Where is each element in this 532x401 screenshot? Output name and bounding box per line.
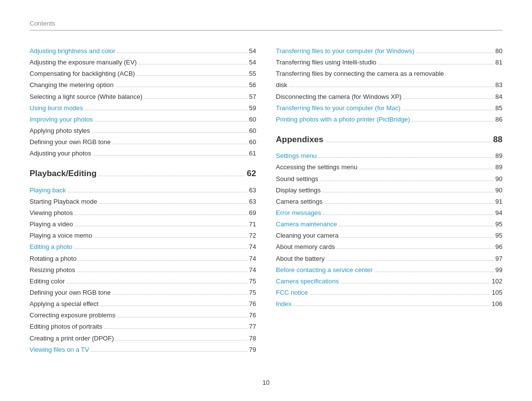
toc-item-label: Display settings [276, 185, 321, 195]
toc-page: 96 [496, 242, 502, 252]
toc-page: 90 [496, 185, 502, 195]
toc-dots [320, 181, 494, 181]
toc-page: 81 [496, 58, 502, 67]
toc-item: Sound settings90 [276, 174, 502, 184]
toc-item: Applying photo styles60 [30, 126, 256, 136]
toc-dots [310, 294, 490, 295]
toc-item: Defining your own RGB tone75 [30, 288, 256, 298]
toc-page: 63 [249, 197, 256, 207]
toc-page: 74 [249, 265, 256, 275]
toc-page: 71 [249, 219, 256, 229]
toc-dots [375, 272, 494, 272]
toc-item: Camera maintenance95 [276, 219, 502, 229]
toc-item-label: Selecting a light source (White balance) [30, 92, 142, 102]
toc-dots [416, 53, 493, 53]
toc-item: Transferring files to your computer (for… [276, 103, 502, 113]
toc-page: 77 [249, 322, 256, 332]
toc-page: 76 [249, 299, 256, 309]
toc-item-label: Before contacting a service center [276, 265, 373, 275]
toc-subsection: Adjusting brightness and color54Adjustin… [30, 46, 256, 158]
toc-item-label: Transferring files to your computer (for… [276, 46, 414, 56]
toc-item-label: Printing photos with a photo printer (Pi… [276, 115, 410, 124]
toc-item-label: Playing back [30, 185, 66, 195]
toc-item: Editing a photo74 [30, 242, 256, 252]
toc-item: FCC notice105 [276, 288, 502, 298]
toc-item: Playing back63 [30, 185, 256, 195]
toc-page: 74 [249, 242, 256, 252]
toc-item-label: About the battery [276, 254, 325, 264]
toc-page: 60 [249, 115, 256, 124]
toc-item-label: Applying photo styles [30, 126, 90, 136]
toc-dots [325, 142, 491, 142]
toc-item: Rotating a photo74 [30, 254, 256, 264]
toc-item: Transferring files by connecting the cam… [276, 69, 502, 79]
toc-page: 54 [249, 58, 256, 67]
toc-dots [68, 192, 247, 192]
toc-item-label: Playing a video [30, 219, 73, 229]
page-number: 10 [0, 379, 532, 386]
toc-dots [100, 306, 247, 306]
toc-item-label: disk [276, 80, 287, 90]
toc-dots [403, 98, 493, 99]
toc-item: Display settings90 [276, 185, 502, 195]
toc-item: About the battery97 [276, 254, 502, 264]
toc-dots [85, 110, 247, 110]
toc-dots [139, 64, 247, 64]
toc-item-label: Viewing files on a TV [30, 345, 89, 355]
toc-item-label: Editing a photo [30, 242, 72, 252]
toc-item-label: Using burst modes [30, 103, 83, 113]
toc-item: Adjusting the exposure manually (EV)54 [30, 58, 256, 67]
toc-page: 59 [249, 103, 256, 113]
toc-dots [104, 328, 247, 329]
toc-dots [75, 215, 247, 215]
section-heading-label: Appendixes [276, 133, 323, 146]
toc-item-label: Compensating for backlighting (ACB) [30, 69, 135, 79]
toc-item-label: Camera settings [276, 197, 323, 207]
toc-dots [75, 226, 247, 226]
toc-item: Camera settings91 [276, 197, 502, 207]
toc-item-label: Editing color [30, 277, 65, 286]
toc-item-label: Editing photos of portraits [30, 322, 102, 332]
toc-item: Accessing the settings menu89 [276, 162, 502, 172]
toc-page: 88 [493, 133, 502, 146]
toc-item-label: Transferring files using Intelli-studio [276, 58, 376, 67]
toc-dots [117, 53, 247, 53]
toc-dots [340, 237, 493, 238]
toc-item-label: Camera specifications [276, 277, 339, 286]
right-column: Transferring files to your computer (for… [276, 41, 502, 356]
toc-item: Creating a print order (DPOF)78 [30, 334, 256, 343]
header-title: Contents [30, 20, 55, 27]
toc-page: 95 [496, 231, 502, 241]
toc-item: Error messages94 [276, 208, 502, 218]
toc-page: 74 [249, 254, 256, 264]
toc-dots [67, 283, 247, 283]
toc-page: 90 [496, 174, 502, 184]
toc-item-label: Adjusting your photos [30, 149, 91, 158]
toc-page: 69 [249, 208, 256, 218]
toc-dots [402, 110, 493, 110]
toc-item: disk83 [276, 80, 502, 90]
toc-dots [294, 306, 490, 306]
toc-page: 57 [249, 92, 256, 102]
toc-page: 60 [249, 137, 256, 147]
toc-dots [92, 132, 247, 133]
toc-item: Camera specifications102 [276, 277, 502, 286]
toc-item: About memory cards96 [276, 242, 502, 252]
toc-dots [74, 248, 247, 249]
toc-dots [99, 176, 245, 176]
toc-page: 55 [249, 69, 256, 79]
toc-page: 97 [496, 254, 502, 264]
toc-item: Applying a special effect76 [30, 299, 256, 309]
toc-page: 89 [496, 151, 502, 161]
toc-item-label: Playing a voice memo [30, 231, 92, 241]
toc-item: Correcting exposure problems76 [30, 310, 256, 320]
toc-item-label: Defining your own RGB tone [30, 288, 111, 298]
toc-dots [116, 340, 247, 340]
toc-page: 102 [492, 277, 502, 286]
toc-page: 99 [496, 265, 502, 275]
toc-page: 84 [496, 92, 502, 102]
toc-dots [99, 203, 247, 204]
toc-item: Before contacting a service center99 [276, 265, 502, 275]
toc-page: 85 [496, 103, 502, 113]
toc-dots [117, 317, 247, 317]
